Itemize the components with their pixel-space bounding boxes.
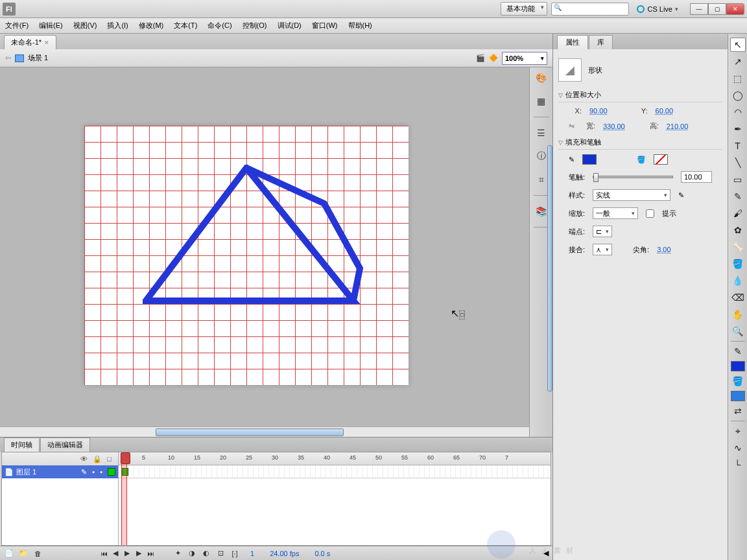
fill-color-swatch[interactable] bbox=[654, 154, 668, 165]
layer-color-swatch[interactable] bbox=[108, 468, 115, 476]
next-frame-button[interactable]: ▶ bbox=[134, 548, 144, 559]
section-fill-stroke[interactable]: 填充和笔触 bbox=[558, 135, 722, 150]
straighten-tool[interactable]: └ bbox=[730, 458, 746, 472]
text-tool[interactable]: T bbox=[730, 139, 746, 153]
timeline-frames[interactable]: 1 5 10 15 20 25 30 35 40 45 50 55 60 65 bbox=[119, 452, 551, 545]
stroke-swatch[interactable] bbox=[731, 361, 745, 371]
stroke-slider[interactable] bbox=[593, 176, 673, 178]
edit-multiple-button[interactable]: ⊡ bbox=[215, 548, 226, 559]
pen-tool[interactable]: ✒ bbox=[730, 122, 746, 136]
stage-area[interactable]: ↖□ bbox=[0, 67, 529, 437]
cslive-button[interactable]: CS Live ▾ bbox=[633, 4, 682, 14]
onion-markers-button[interactable]: [·] bbox=[230, 548, 240, 559]
bone-tool[interactable]: 🦴 bbox=[730, 240, 746, 254]
section-position-size[interactable]: 位置和大小 bbox=[558, 88, 722, 102]
scale-combo[interactable]: 一般 bbox=[593, 207, 638, 219]
menu-window[interactable]: 窗口(W) bbox=[311, 19, 339, 32]
tab-properties[interactable]: 属性 bbox=[557, 35, 588, 49]
vertical-scrollbar[interactable] bbox=[547, 145, 552, 391]
center-frame-button[interactable]: ✦ bbox=[172, 548, 183, 559]
onion-outlines-button[interactable]: ◐ bbox=[201, 548, 211, 559]
zoom-combo[interactable]: 100%▾ bbox=[502, 52, 547, 65]
menu-insert[interactable]: 插入(I) bbox=[106, 19, 129, 32]
stroke-value-input[interactable] bbox=[681, 171, 712, 183]
height-value[interactable]: 210.00 bbox=[667, 122, 689, 130]
pencil-tool[interactable]: ✎ bbox=[730, 189, 746, 204]
document-tab-close[interactable]: ✕ bbox=[44, 40, 49, 46]
new-layer-button[interactable]: 📄 bbox=[4, 548, 14, 559]
lock-aspect-icon[interactable]: ⇋ bbox=[569, 122, 575, 130]
prev-frame-button[interactable]: ◀ bbox=[110, 548, 121, 559]
last-frame-button[interactable]: ⏭ bbox=[145, 548, 156, 559]
stroke-color-tool[interactable]: ✎ bbox=[730, 344, 746, 358]
menu-help[interactable]: 帮助(H) bbox=[347, 19, 374, 32]
swap-colors-icon[interactable]: ⇄ bbox=[730, 404, 746, 418]
miter-value[interactable]: 3.00 bbox=[657, 246, 670, 253]
free-transform-tool[interactable]: ⬚ bbox=[730, 71, 746, 86]
transform-icon[interactable]: ⌗ bbox=[534, 172, 549, 187]
zoom-tool[interactable]: 🔍 bbox=[730, 324, 746, 338]
line-tool[interactable]: ╲ bbox=[730, 156, 746, 170]
workspace-switcher[interactable]: 基本功能 bbox=[501, 2, 547, 16]
maximize-button[interactable]: ▢ bbox=[708, 3, 726, 15]
lasso-tool[interactable]: ◠ bbox=[730, 105, 746, 119]
stage-canvas[interactable] bbox=[84, 126, 409, 385]
delete-layer-button[interactable]: 🗑 bbox=[32, 548, 43, 559]
edit-scene-icon[interactable]: 🎬 bbox=[476, 54, 485, 62]
info-icon[interactable]: ⓘ bbox=[534, 148, 549, 164]
join-combo[interactable]: ⋏ bbox=[593, 244, 612, 255]
document-tab[interactable]: 未命名-1* ✕ bbox=[4, 35, 56, 49]
play-button[interactable]: ▶ bbox=[122, 548, 132, 559]
snap-tool[interactable]: ⌖ bbox=[730, 424, 746, 438]
cap-combo[interactable]: ⊏ bbox=[593, 226, 612, 237]
tab-motion-editor[interactable]: 动画编辑器 bbox=[40, 438, 90, 452]
horizontal-scrollbar[interactable] bbox=[0, 426, 529, 437]
visibility-icon[interactable]: 👁 bbox=[80, 455, 88, 463]
menu-debug[interactable]: 调试(D) bbox=[276, 19, 303, 32]
rectangle-tool[interactable]: ▭ bbox=[730, 172, 746, 187]
stroke-color-swatch[interactable] bbox=[582, 154, 597, 165]
layer-row[interactable]: 📄 图层 1 ✎•• bbox=[2, 465, 118, 478]
hint-checkbox[interactable] bbox=[646, 209, 654, 218]
tab-library[interactable]: 库 bbox=[589, 35, 613, 49]
menu-file[interactable]: 文件(F) bbox=[4, 19, 30, 32]
close-button[interactable]: ✕ bbox=[726, 3, 744, 15]
y-value[interactable]: 60.00 bbox=[656, 107, 674, 115]
fill-color-tool[interactable]: 🪣 bbox=[730, 374, 746, 388]
hand-tool[interactable]: ✋ bbox=[730, 307, 746, 321]
menu-edit[interactable]: 编辑(E) bbox=[38, 19, 64, 32]
fill-swatch[interactable] bbox=[731, 391, 745, 401]
tab-timeline[interactable]: 时间轴 bbox=[4, 438, 40, 452]
menu-control[interactable]: 控制(O) bbox=[241, 19, 268, 32]
swatches-icon[interactable]: 🎨 bbox=[534, 70, 549, 86]
deco-tool[interactable]: ✿ bbox=[730, 223, 746, 237]
lock-icon[interactable]: 🔒 bbox=[93, 455, 102, 463]
back-arrow-icon[interactable]: ⇦ bbox=[5, 54, 11, 62]
new-folder-button[interactable]: 📁 bbox=[18, 548, 29, 559]
eyedropper-tool[interactable]: 💧 bbox=[730, 274, 746, 288]
onion-skin-button[interactable]: ◑ bbox=[187, 548, 197, 559]
outline-icon[interactable]: □ bbox=[107, 455, 112, 463]
menu-modify[interactable]: 修改(M) bbox=[137, 19, 165, 32]
minimize-button[interactable]: — bbox=[690, 3, 708, 15]
selection-tool[interactable]: ↖ bbox=[730, 38, 746, 52]
x-value[interactable]: 90.00 bbox=[589, 107, 608, 115]
search-input[interactable] bbox=[551, 3, 629, 16]
library-icon[interactable]: 📚 bbox=[534, 204, 549, 219]
playhead[interactable] bbox=[121, 452, 127, 545]
first-frame-button[interactable]: ⏮ bbox=[99, 548, 109, 559]
paint-bucket-tool[interactable]: 🪣 bbox=[730, 257, 746, 271]
menu-text[interactable]: 文本(T) bbox=[172, 19, 198, 32]
style-combo[interactable]: 实线 bbox=[593, 189, 670, 201]
edit-symbols-icon[interactable]: 🔶 bbox=[489, 54, 498, 62]
color-icon[interactable]: ▦ bbox=[534, 93, 549, 109]
edit-style-icon[interactable]: ✎ bbox=[678, 191, 684, 200]
width-value[interactable]: 330.00 bbox=[603, 122, 625, 130]
drawn-shape[interactable] bbox=[143, 165, 363, 307]
3d-rotation-tool[interactable]: ◯ bbox=[730, 88, 746, 102]
scene-label[interactable]: 场景 1 bbox=[28, 53, 48, 63]
align-icon[interactable]: ☰ bbox=[534, 125, 549, 141]
subselection-tool[interactable]: ↗ bbox=[730, 54, 746, 69]
menu-commands[interactable]: 命令(C) bbox=[206, 19, 233, 32]
eraser-tool[interactable]: ⌫ bbox=[730, 290, 746, 305]
